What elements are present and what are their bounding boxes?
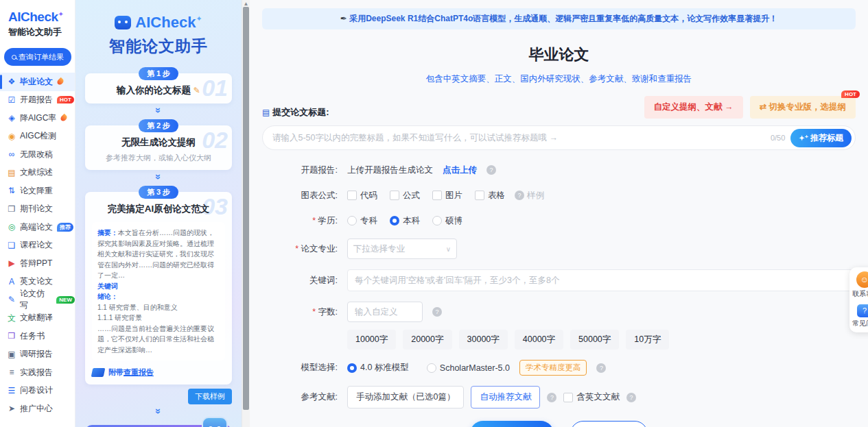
download-sample-button[interactable]: 下载样例 (188, 389, 232, 404)
checkbox-icon (475, 191, 484, 200)
help-icon[interactable]: ? (432, 307, 442, 317)
sidebar-item-9[interactable]: ❑课程论文 (0, 236, 75, 255)
degree-radio[interactable]: 本科 (390, 215, 420, 227)
proposal-row: 开题报告: 上传开题报告生成论文 点击上传 ? (262, 162, 856, 178)
vertical-scrollbar[interactable]: ▲ (242, 0, 250, 427)
brand-logo: AICheck✦ 智能论文助手 (0, 7, 75, 38)
sample-line: 1.1 研究背景、目的和意义 (97, 304, 178, 311)
wordcount-input[interactable] (347, 302, 423, 322)
checkbox-label: 图片 (445, 190, 462, 202)
charts-option-checkbox[interactable]: 公式 (390, 190, 420, 202)
scrollbar-thumb[interactable] (243, 7, 249, 410)
sidebar-item-0[interactable]: ❖毕业论文 (0, 73, 75, 91)
sidebar-item-label: 任务书 (20, 330, 45, 342)
contact-service-item[interactable]: ☺ 联系客服 (852, 271, 868, 299)
generate-button[interactable]: ✈ 立即生成 (470, 421, 554, 427)
model-label: 模型选择: (262, 362, 338, 374)
submit-title-row: ▤ 提交论文标题: 自定义提纲、文献 → ⇄ 切换专业版，选提纲 HOT (262, 96, 856, 119)
sidebar-item-13[interactable]: 文文献翻译 (0, 309, 75, 328)
step-2-badge: 第 2 步 (139, 119, 178, 132)
report-note-text[interactable]: 附带查重报告 (108, 367, 154, 378)
sidebar-item-18[interactable]: ➤推广中心 (0, 400, 75, 418)
sidebar-item-17[interactable]: ☰问卷设计 (0, 382, 75, 400)
pen-icon: ✒ (340, 14, 347, 23)
sidebar-item-3[interactable]: ◉AIGC检测 (0, 127, 75, 146)
help-icon[interactable]: ? (626, 393, 636, 402)
wordcount-row: 字数: ? (262, 302, 856, 322)
wordcount-chip[interactable]: 40000字 (515, 330, 563, 350)
thesis-form: 开题报告: 上传开题报告生成论文 点击上传 ? 图表公式: 代码公式图片表格 ?… (262, 162, 856, 408)
sidebar-item-2[interactable]: ◈降AIGC率 (0, 109, 75, 127)
wordcount-chip[interactable]: 30000字 (459, 330, 508, 350)
sidebar-item-label: 文献翻译 (20, 312, 53, 324)
submit-title-label: ▤ 提交论文标题: (262, 106, 329, 119)
sample-line: ……问题是当前社会普遍关注的重要议题，它不仅对人们的日常生活和社会稳定产生深远影… (97, 325, 214, 354)
charts-option-checkbox[interactable]: 图片 (432, 190, 462, 202)
help-icon[interactable]: ? (515, 191, 524, 200)
english-references-checkbox[interactable]: 含英文文献 (563, 391, 620, 403)
checkbox-icon (432, 191, 442, 200)
degree-radio[interactable]: 硕博 (432, 215, 462, 227)
charts-option-checkbox[interactable]: 表格 (475, 190, 505, 202)
sidebar-item-15[interactable]: ▣调研报告 (0, 345, 75, 364)
query-results-button[interactable]: 查询结果 (570, 421, 648, 427)
faq-item[interactable]: ? 常见问题 (852, 304, 868, 328)
translate-icon: 文 (7, 314, 16, 322)
sidebar-item-16[interactable]: ≡实践报告 (0, 363, 75, 382)
sidebar-item-5[interactable]: ▤文献综述 (0, 164, 75, 182)
major-select[interactable]: 下拉选择专业 ∨ (347, 239, 457, 259)
wordcount-chip[interactable]: 50000字 (570, 330, 619, 350)
rewrite-icon: ✎ (7, 295, 16, 304)
degree-radio[interactable]: 专科 (347, 215, 377, 227)
english-icon: A (7, 278, 16, 286)
checkbox-label: 表格 (488, 190, 505, 202)
scroll-up-arrow[interactable]: ▲ (242, 0, 250, 7)
wordcount-chip[interactable]: 10000字 (347, 330, 396, 350)
checkbox-icon (347, 191, 357, 200)
auto-recommend-references-button[interactable]: 自动推荐文献 (471, 386, 540, 408)
upload-link[interactable]: 点击上传 (443, 164, 477, 176)
manual-add-references-button[interactable]: 手动添加文献（已选0篇） (347, 386, 464, 408)
checkbox-icon (563, 393, 573, 402)
switch-pro-button[interactable]: ⇄ 切换专业版，选提纲 HOT (750, 96, 856, 119)
sample-hint[interactable]: 样例 (527, 190, 544, 202)
title-input[interactable] (272, 133, 771, 143)
keywords-input[interactable] (347, 269, 854, 291)
sidebar-item-12[interactable]: ✎论文仿写NEW (0, 291, 75, 309)
practice-icon: ≡ (7, 368, 16, 376)
model-radio[interactable]: 4.0 标准模型 (347, 362, 409, 374)
help-icon[interactable]: ? (547, 393, 556, 402)
help-icon[interactable]: ? (596, 363, 606, 373)
sidebar-item-10[interactable]: ▶答辩PPT (0, 254, 75, 273)
step-2: 第 2 步 02 无限生成论文提纲 参考推荐大纲，或输入心仪大纲 (85, 119, 232, 170)
sidebar-item-7[interactable]: ❐期刊论文 (0, 200, 75, 219)
step-1-title: 输入你的论文标题 ✎ (92, 84, 225, 97)
query-order-button[interactable]: 查询订单结果 (4, 48, 71, 66)
sidebar-item-1[interactable]: ☑开题报告HOT (0, 91, 75, 110)
degree-label: 学历: (262, 215, 338, 227)
sample-abstract-label: 摘要： (97, 229, 118, 236)
journal-icon: ❐ (7, 205, 16, 213)
sidebar-item-14[interactable]: ❒任务书 (0, 327, 75, 345)
charts-options: 代码公式图片表格 (347, 190, 505, 202)
model-radio[interactable]: ScholarMaster-5.0 (427, 363, 510, 373)
sidebar-item-label: AIGC检测 (20, 130, 56, 142)
wordcount-chip[interactable]: 10万字 (626, 330, 669, 350)
help-icon[interactable]: ? (486, 165, 496, 175)
custom-outline-button[interactable]: 自定义提纲、文献 → (644, 96, 743, 119)
sidebar-item-4[interactable]: ∞无限改稿 (0, 145, 75, 164)
sidebar-item-label: 期刊论文 (20, 203, 53, 215)
sidebar-item-6[interactable]: ⇅论文降重 (0, 182, 75, 200)
wordcount-chip[interactable]: 20000字 (403, 330, 451, 350)
radio-label: 专科 (360, 215, 377, 227)
charts-option-checkbox[interactable]: 代码 (347, 190, 377, 202)
recommend-title-button[interactable]: ✦⁺ 推荐标题 (790, 129, 852, 147)
proposal-label: 开题报告: (262, 164, 338, 176)
report-icon: ☑ (7, 96, 16, 104)
major-row: 论文专业: 下拉选择专业 ∨ (262, 239, 856, 259)
sample-line: 1.1.1 研究背景 (97, 314, 142, 321)
step-1-badge: 第 1 步 (139, 67, 178, 80)
sidebar-item-8[interactable]: ◎高端论文推荐 (0, 218, 75, 236)
promo-brand-name: AICheck✦ (135, 14, 202, 32)
sidebar-item-label: 高端论文 (20, 221, 53, 233)
